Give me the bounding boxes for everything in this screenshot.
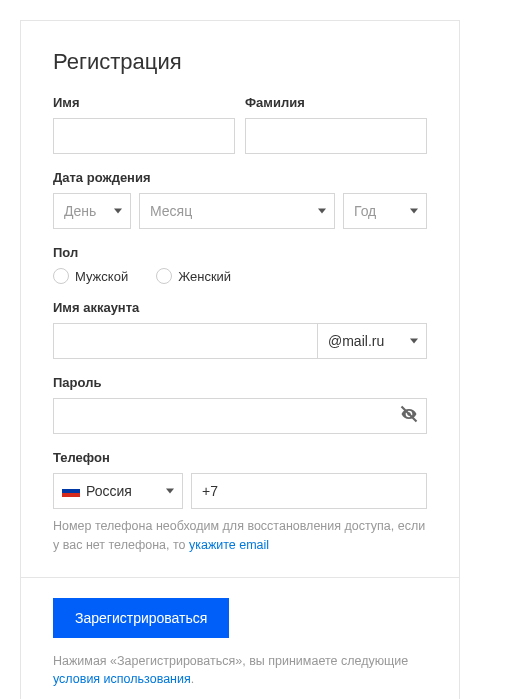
dob-day-placeholder: День [64,203,96,219]
account-label: Имя аккаунта [53,300,427,315]
gender-label: Пол [53,245,427,260]
dob-row: День Месяц Год [53,193,427,229]
radio-icon [53,268,69,284]
dob-month-select[interactable]: Месяц [139,193,335,229]
gender-female-radio[interactable]: Женский [156,268,231,284]
specify-email-link[interactable]: укажите email [189,538,269,552]
first-name-field: Имя [53,95,235,154]
account-row: @mail.ru [53,323,427,359]
password-input[interactable] [53,398,427,434]
account-field: Имя аккаунта @mail.ru [53,300,427,359]
password-field: Пароль [53,375,427,434]
register-button[interactable]: Зарегистрироваться [53,598,229,638]
last-name-label: Фамилия [245,95,427,110]
terms-link[interactable]: условия использования [53,672,191,686]
chevron-down-icon [166,489,174,494]
terms-post: . [191,672,194,686]
phone-country-select[interactable]: Россия [53,473,183,509]
dob-label: Дата рождения [53,170,427,185]
phone-label: Телефон [53,450,427,465]
gender-row: Мужской Женский [53,268,427,284]
radio-icon [156,268,172,284]
password-label: Пароль [53,375,427,390]
page-title: Регистрация [53,49,427,75]
first-name-label: Имя [53,95,235,110]
dob-field: Дата рождения День Месяц Год [53,170,427,229]
phone-row: Россия [53,473,427,509]
eye-slash-icon[interactable] [399,404,419,428]
chevron-down-icon [410,339,418,344]
terms-text: Нажимая «Зарегистрироваться», вы принима… [53,652,427,690]
account-domain-select[interactable]: @mail.ru [317,323,427,359]
flag-ru-icon [62,485,80,497]
chevron-down-icon [318,209,326,214]
gender-male-radio[interactable]: Мужской [53,268,128,284]
phone-country-value: Россия [86,483,132,499]
registration-form: Регистрация Имя Фамилия Дата рождения Де… [20,20,460,699]
dob-day-select[interactable]: День [53,193,131,229]
chevron-down-icon [114,209,122,214]
dob-year-select[interactable]: Год [343,193,427,229]
dob-month-placeholder: Месяц [150,203,192,219]
phone-input[interactable] [191,473,427,509]
last-name-input[interactable] [245,118,427,154]
chevron-down-icon [410,209,418,214]
gender-male-label: Мужской [75,269,128,284]
last-name-field: Фамилия [245,95,427,154]
name-row: Имя Фамилия [53,95,427,170]
first-name-input[interactable] [53,118,235,154]
account-input[interactable] [53,323,317,359]
divider [21,577,459,578]
phone-hint: Номер телефона необходим для восстановле… [53,517,427,555]
terms-pre: Нажимая «Зарегистрироваться», вы принима… [53,654,408,668]
dob-year-placeholder: Год [354,203,376,219]
phone-field: Телефон Россия Номер телефона необходим … [53,450,427,555]
gender-female-label: Женский [178,269,231,284]
account-domain-value: @mail.ru [328,333,384,349]
gender-field: Пол Мужской Женский [53,245,427,284]
